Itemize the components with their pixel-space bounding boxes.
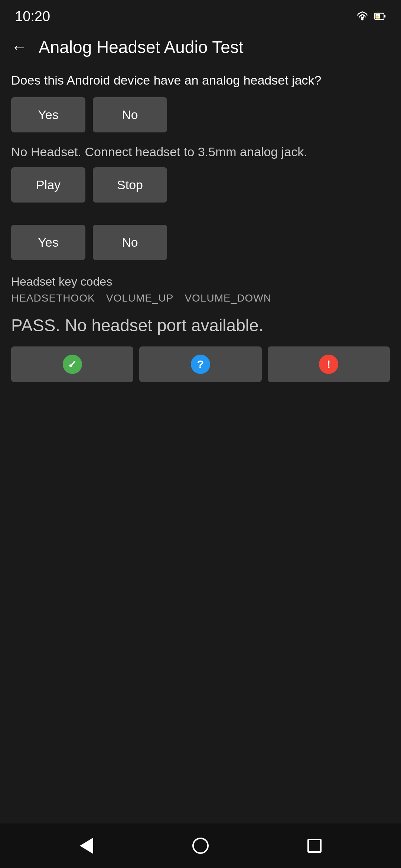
yes-button-2[interactable]: Yes xyxy=(11,225,85,260)
headset-info-text: No Headset. Connect headset to 3.5mm ana… xyxy=(11,144,390,160)
info-icon: ? xyxy=(191,355,210,374)
no-button-2[interactable]: No xyxy=(93,225,167,260)
svg-rect-2 xyxy=(384,15,385,18)
battery-icon: ⚡ xyxy=(374,11,386,22)
page-title: Analog Headset Audio Test xyxy=(39,37,244,57)
keycode-volume-down: VOLUME_DOWN xyxy=(185,292,271,304)
main-content: Does this Android device have an analog … xyxy=(0,65,401,823)
nav-home-icon xyxy=(192,838,209,854)
yes-no-buttons-2: Yes No xyxy=(11,225,390,260)
keycodes-section: Headset key codes HEADSETHOOK VOLUME_UP … xyxy=(11,275,390,312)
status-bar: 10:20 ⚡ xyxy=(0,0,401,30)
pass-result-button[interactable]: ✓ xyxy=(11,346,133,382)
result-buttons-row: ✓ ? ! xyxy=(11,346,390,382)
headset-question: Does this Android device have an analog … xyxy=(11,72,390,88)
yes-button-1[interactable]: Yes xyxy=(11,97,85,132)
play-button[interactable]: Play xyxy=(11,167,85,203)
svg-point-0 xyxy=(361,18,363,20)
wifi-icon xyxy=(356,11,369,22)
info-result-button[interactable]: ? xyxy=(139,346,261,382)
stop-button[interactable]: Stop xyxy=(93,167,167,203)
pass-text: PASS. No headset port available. xyxy=(11,315,390,335)
keycodes-label: Headset key codes xyxy=(11,275,390,289)
fail-result-button[interactable]: ! xyxy=(268,346,390,382)
no-button-1[interactable]: No xyxy=(93,97,167,132)
nav-recents-button[interactable] xyxy=(300,831,329,861)
nav-bar xyxy=(0,823,401,868)
toolbar: ← Analog Headset Audio Test xyxy=(0,30,401,65)
play-stop-buttons: Play Stop xyxy=(11,167,390,203)
yes-no-buttons-1: Yes No xyxy=(11,97,390,132)
pass-icon: ✓ xyxy=(63,355,82,374)
status-icons: ⚡ xyxy=(356,11,386,22)
nav-back-icon xyxy=(80,838,93,854)
keycodes-row: HEADSETHOOK VOLUME_UP VOLUME_DOWN xyxy=(11,292,390,304)
svg-text:⚡: ⚡ xyxy=(375,14,380,19)
keycode-headsethook: HEADSETHOOK xyxy=(11,292,95,304)
nav-back-button[interactable] xyxy=(72,831,101,861)
keycode-volume-up: VOLUME_UP xyxy=(106,292,174,304)
fail-icon: ! xyxy=(319,355,338,374)
nav-home-button[interactable] xyxy=(186,831,215,861)
divider-1 xyxy=(11,214,390,225)
back-button[interactable]: ← xyxy=(11,39,27,55)
status-time: 10:20 xyxy=(15,9,50,24)
nav-recents-icon xyxy=(307,839,322,853)
